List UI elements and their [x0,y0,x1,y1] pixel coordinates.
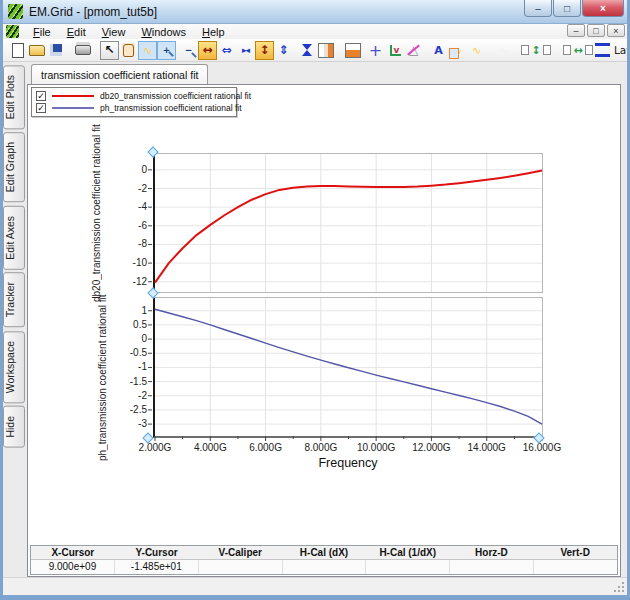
open-file-icon[interactable] [27,41,46,60]
sidebar: Edit PlotsEdit GraphEdit AxesTrackerWork… [3,63,27,595]
clone-plot-window-icon[interactable]: ∿ [448,41,467,60]
sidebar-tab-edit-graph[interactable]: Edit Graph [3,132,25,202]
sidebar-tab-hide[interactable]: Hide [3,406,25,448]
menu-bar: FileEditViewWindowsHelp – □ × [3,24,627,39]
plot-area-db20[interactable] [153,153,543,293]
shrink-y-icon[interactable] [297,41,316,60]
legend-checkbox-0[interactable]: ✓ [36,91,46,101]
title-bar[interactable]: EM.Grid - [pmom_tut5b] – □ × [0,0,630,24]
resize-grip[interactable] [613,581,625,593]
trace-select-icon[interactable]: ∿ [138,41,157,60]
pan-tool-icon[interactable] [119,41,138,60]
menu-file[interactable]: File [25,25,59,39]
red-plot-icon[interactable]: ∿ [467,41,486,60]
split-vertical-icon[interactable] [316,41,335,60]
x-tick-label: 6.000G [236,442,296,453]
cursor-col-header: Y-Cursor [115,546,199,559]
new-file-icon[interactable] [8,41,27,60]
y-tick-label: 0 [109,164,147,175]
fit-vertical-toggle-icon[interactable]: ↕ [519,41,553,60]
x-tick-label: 4.000G [180,442,240,453]
y-tick-label: 0.5 [109,319,147,330]
y-tick-label: -3 [109,418,147,429]
menu-windows[interactable]: Windows [133,25,194,39]
print-icon[interactable] [73,41,92,60]
status-bar [3,577,627,595]
tab-transmission-coefficient[interactable]: transmission coefficient rational fit [31,64,208,84]
legend: ✓db20_transmission coefficient rational … [31,87,237,117]
tab-strip: transmission coefficient rational fit [27,63,627,84]
layout-button[interactable]: Layout [595,41,627,60]
pointer-tool-icon[interactable]: ↖ [100,41,119,60]
series-line-1 [155,309,542,424]
mdi-controls: – □ × [565,24,625,37]
zoom-in-icon[interactable]: + [157,41,176,60]
y-tick-label: -6 [109,220,147,231]
sidebar-tab-edit-plots[interactable]: Edit Plots [3,65,25,129]
fit-horizontal-toggle-icon[interactable]: ↔ [561,41,595,60]
expand-y-icon[interactable]: ⇕ [274,41,293,60]
y-axis-title-ph: ph_transmission coefficient rational fit [94,268,110,488]
menu-edit[interactable]: Edit [59,25,94,39]
legend-label-0: db20_transmission coefficient rational f… [100,91,251,101]
document-logo-icon [6,25,19,38]
menu-view[interactable]: View [94,25,134,39]
legend-line-sample-1 [52,107,94,109]
full-extent-y-icon[interactable]: ↕ [255,41,274,60]
cursor-value-cell: -1.485e+01 [114,560,198,574]
cursor-value-cell [282,560,366,574]
mdi-close-button[interactable]: × [607,24,625,37]
cursor-value-cell: 9.000e+09 [31,560,114,574]
cursor-value-cell [365,560,449,574]
x-tick-label: 2.000G [125,442,185,453]
menu-help[interactable]: Help [194,25,233,39]
cursor-value-cell [198,560,282,574]
y-tick-label: -4 [109,201,147,212]
cursor-table-header: X-CursorY-CursorV-CaliperH-Cal (dX)H-Cal… [31,546,617,560]
app-logo-icon [8,4,23,19]
axes-tool-icon[interactable]: v [385,41,404,60]
y-tick-label: 1 [109,305,147,316]
toolbar: ↖∿+−↔⇔▸◂↕⇕+v△A∿∿∿↕↔Layout [3,39,627,62]
y-tick-label: -1 [109,361,147,372]
ph-chart-canvas [155,298,542,436]
sidebar-tab-workspace[interactable]: Workspace [3,331,25,403]
text-tool-icon[interactable]: A [429,41,448,60]
split-horizontal-icon[interactable] [343,41,362,60]
cursor-col-header: Vert-D [533,546,617,559]
sidebar-tab-edit-axes[interactable]: Edit Axes [3,206,25,270]
y-tick-label: 0 [109,333,147,344]
sidebar-tab-tracker[interactable]: Tracker [3,272,25,327]
save-icon[interactable] [46,41,65,60]
menu-items: FileEditViewWindowsHelp [25,26,233,38]
layout-button-label: Layout [614,44,627,56]
y-tick-label: -10 [109,257,147,268]
db20-chart-canvas [155,154,542,292]
mdi-minimize-button[interactable]: – [567,24,585,37]
y-tick-label: -8 [109,238,147,249]
crosshair-tool-icon[interactable]: + [366,41,385,60]
expand-x-icon[interactable]: ⇔ [217,41,236,60]
black-plot-icon[interactable]: ∿ [494,41,513,60]
plot-area-ph[interactable] [153,297,543,438]
close-button[interactable]: × [582,0,624,17]
shrink-x-icon[interactable]: ▸◂ [236,41,255,60]
app-window: EM.Grid - [pmom_tut5b] – □ × FileEditVie… [0,0,630,600]
zoom-out-icon[interactable]: − [179,41,198,60]
caliper-tool-icon[interactable]: △ [404,41,423,60]
plot-panel: ✓db20_transmission coefficient rational … [27,84,621,577]
cursor-col-header: Horz-D [450,546,534,559]
y-tick-label: -2.5 [109,404,147,415]
series-line-0 [155,171,542,283]
legend-label-1: ph_transmission coefficient rational fit [100,103,242,113]
maximize-button[interactable]: □ [553,0,581,17]
x-tick-label: 8.000G [291,442,351,453]
legend-line-sample-0 [52,95,94,97]
legend-checkbox-1[interactable]: ✓ [36,103,46,113]
minimize-button[interactable]: – [524,0,552,17]
full-extent-x-icon[interactable]: ↔ [198,41,217,60]
y-tick-label: -2 [109,390,147,401]
mdi-restore-button[interactable]: □ [587,24,605,37]
x-axis-title: Frequency [318,456,378,470]
legend-row-1: ✓ph_transmission coefficient rational fi… [36,102,232,114]
